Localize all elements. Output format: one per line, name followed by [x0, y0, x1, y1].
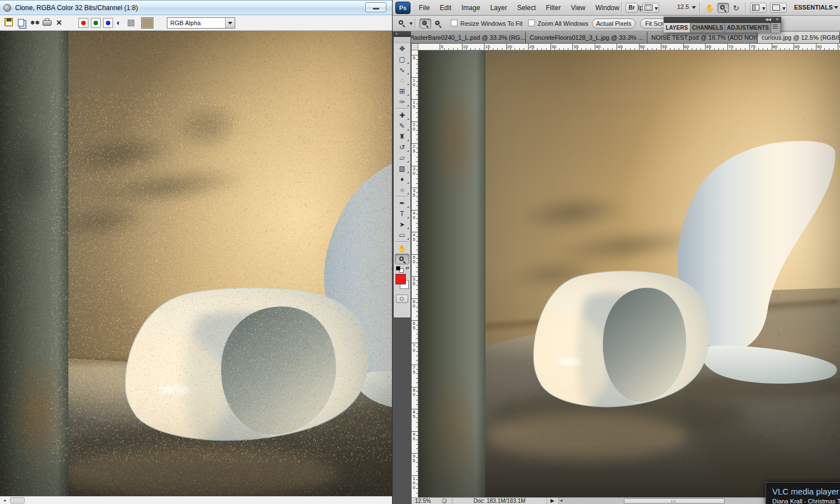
magnifier-icon [399, 256, 405, 263]
channel-selector-dropdown[interactable]: RGB Alpha [167, 17, 235, 29]
marquee-tool[interactable]: ▢ [395, 54, 409, 64]
panel-tab-channels[interactable]: CHANNELS [690, 23, 725, 32]
blur-tool[interactable]: ♦ [395, 174, 409, 184]
zoom-tool[interactable] [395, 254, 409, 264]
panel-header-strip: ◀◀ ✕ [664, 17, 781, 23]
photoshop-logo-icon[interactable]: Ps [395, 2, 410, 14]
vlc-track-name: Diana Krall - Christmas Time [772, 498, 840, 504]
menu-layer[interactable]: Layer [485, 0, 512, 15]
compare-button[interactable]: ✱✱ [30, 18, 40, 28]
minimize-button[interactable] [365, 2, 386, 12]
green-channel-button[interactable] [91, 18, 101, 28]
foreground-color-swatch[interactable] [395, 274, 406, 284]
vlc-taskbar-preview[interactable]: VLC media player Diana Krall - Christmas… [766, 482, 840, 504]
document-tab[interactable]: NOISE TEST.psd @ 16.7% (ADD NOISE...✕ [647, 31, 758, 43]
document-tab[interactable]: ConcreteFloors0128_3_L.jpg @ 33.3% ...✕ [526, 31, 647, 43]
blur-tool-icon: ♦ [400, 175, 404, 183]
shape-tool[interactable]: ▭ [395, 230, 409, 240]
red-channel-button[interactable] [78, 18, 88, 28]
dropdown-arrow-icon[interactable] [225, 18, 235, 28]
quick-mask-button[interactable] [396, 295, 408, 303]
document-tab-label: ConcreteFloors0128_3_L.jpg @ 33.3% ... [530, 34, 643, 41]
healing-brush-tool[interactable]: ✚ [395, 110, 409, 120]
viewer-titlebar[interactable]: Clone, RGBA Color 32 Bits/Channel (1:8) [0, 0, 392, 15]
luminance-button[interactable]: ◐ [116, 18, 121, 28]
bridge-button[interactable]: Br [626, 3, 638, 13]
collapse-panel-icon[interactable]: ◀◀ [765, 17, 771, 22]
crop-tool[interactable]: ⊞ [395, 86, 409, 96]
zoom-icon-button[interactable] [717, 3, 729, 13]
eraser-tool[interactable]: ▱ [395, 152, 409, 163]
swap-colors-icon[interactable]: ⇄ [405, 265, 409, 270]
document-size-info[interactable]: Doc: 183.1M/183.1M [452, 498, 547, 504]
eyedropper-tool[interactable]: ✑ [395, 96, 409, 107]
render-image-noisy[interactable] [0, 31, 392, 496]
menu-filter[interactable]: Filter [541, 0, 566, 15]
brush-tool-icon: ✎ [399, 122, 405, 130]
horizontal-ruler: 5101520253035404550556065707580859095 [418, 44, 840, 50]
rotate-view-icon[interactable]: ↻ [733, 4, 739, 12]
gradient-tool[interactable]: ▧ [395, 163, 409, 174]
view-extras-button[interactable] [642, 3, 659, 13]
crop-tool-icon: ⊞ [399, 87, 405, 95]
menu-edit[interactable]: Edit [435, 0, 456, 15]
tools-collapse-chevron[interactable]: » [394, 31, 410, 37]
hand-tool[interactable]: ✋ [395, 243, 409, 254]
panel-tab-layers[interactable]: LAYERS [664, 23, 690, 32]
pen-tool[interactable]: ✒ [395, 198, 409, 208]
scrollbar-left-arrow-icon[interactable]: ◂ [560, 498, 562, 503]
menu-image[interactable]: Image [456, 0, 485, 15]
dodge-tool[interactable]: ○ [395, 184, 409, 195]
zoom-out-button[interactable]: − [432, 18, 444, 29]
copy-button[interactable] [18, 19, 24, 29]
document-tab[interactable]: curious.jpg @ 12.5% (RGB/8 [758, 31, 840, 43]
blue-channel-button[interactable] [103, 18, 113, 28]
zoom-all-checkbox[interactable] [528, 20, 535, 26]
panel-menu-icon[interactable] [771, 23, 780, 32]
menu-view[interactable]: View [566, 0, 590, 15]
background-color-swatch[interactable] [141, 17, 153, 29]
zoom-level-field[interactable]: 12.5 [677, 3, 689, 10]
scrollbar-thumb[interactable] [624, 498, 725, 504]
move-tool[interactable]: ✥ [395, 43, 409, 54]
arrange-documents-button[interactable] [750, 3, 767, 13]
type-tool[interactable]: T [395, 208, 409, 219]
screen-mode-button[interactable] [770, 3, 787, 13]
save-button[interactable] [4, 18, 13, 28]
menu-select[interactable]: Select [512, 0, 540, 15]
alpha-channel-button[interactable] [128, 18, 134, 28]
noise-overlay [0, 31, 392, 496]
history-brush-tool[interactable]: ↺ [395, 142, 409, 152]
menu-bar: Ps FileEditImageLayerSelectFilterViewWin… [393, 0, 840, 16]
zoom-in-button[interactable]: + [419, 18, 431, 29]
viewer-window: Clone, RGBA Color 32 Bits/Channel (1:8) … [0, 0, 392, 504]
document-canvas[interactable] [418, 50, 840, 497]
default-colors-icon[interactable]: ⇄ [395, 265, 409, 273]
resize-windows-checkbox[interactable] [451, 20, 458, 26]
actual-pixels-button[interactable]: Actual Pixels [592, 18, 636, 29]
delete-button[interactable]: ✕ [56, 18, 62, 28]
document-tab[interactable]: PlasterBare0240_1_L.psd @ 33.3% (RG...✕ [405, 31, 526, 43]
quick-select-tool[interactable]: ◌ [395, 75, 409, 86]
menu-window[interactable]: Window [590, 0, 624, 15]
viewer-horizontal-scrollbar[interactable]: ◂ [0, 496, 392, 504]
clone-stamp-tool[interactable]: ♜ [395, 131, 409, 142]
workspace-selector[interactable]: ESSENTIALS [794, 4, 833, 11]
hand-icon[interactable]: ✋ [705, 4, 714, 12]
brush-tool[interactable]: ✎ [395, 120, 409, 131]
tools-grip[interactable] [394, 37, 410, 43]
status-zoom-level[interactable]: 12.5% [415, 498, 431, 504]
status-menu-arrow-icon[interactable]: ▶ [550, 498, 554, 503]
scrollbar-thumb[interactable] [10, 497, 25, 503]
panel-tab-adjustments[interactable]: ADJUSTMENTS [725, 23, 771, 32]
zoom-tool-icon[interactable] [396, 18, 408, 28]
ruler-corner [412, 44, 418, 50]
lasso-tool-icon: ∿ [399, 66, 405, 74]
shape-tool-icon: ▭ [399, 231, 405, 239]
print-button[interactable] [43, 18, 52, 28]
path-select-tool[interactable]: ➤ [395, 219, 409, 230]
lasso-tool[interactable]: ∿ [395, 64, 409, 75]
scrollbar-left-arrow-icon[interactable]: ◂ [0, 497, 9, 504]
close-panel-icon[interactable]: ✕ [776, 17, 779, 22]
menu-file[interactable]: File [414, 0, 435, 15]
